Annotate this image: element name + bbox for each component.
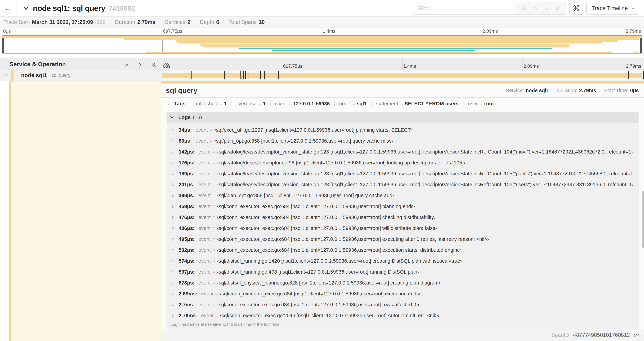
keyboard-shortcuts-button[interactable]: ⌘ <box>570 2 583 15</box>
log-field-key: event <box>198 149 211 155</box>
meta-value: 2 <box>188 19 190 25</box>
span-row-track[interactable] <box>161 70 644 81</box>
next-result-icon[interactable] <box>544 5 550 11</box>
tag-separator <box>463 101 464 106</box>
column-resize-handle[interactable]: || <box>155 64 158 69</box>
trace-title-group: node sql1: sql query 7418682 <box>22 0 135 17</box>
log-equals: = <box>212 247 215 253</box>
tag-item[interactable]: statement=SELECT * FROM users <box>376 101 458 107</box>
log-equals: = <box>212 236 215 242</box>
tags-items: _unfinished=1_verbose=1client=127.0.0.1:… <box>192 101 494 107</box>
log-row[interactable]: 2.79ms:event=‹sql/conn_executor_exec.go:… <box>166 310 639 321</box>
log-row[interactable]: 80μs:event=‹sql/plan_opt.go:358 [nsql1,c… <box>166 136 639 146</box>
log-timestamp: 176μs: <box>179 160 194 166</box>
collapse-one-icon[interactable] <box>123 62 130 68</box>
span-bar[interactable] <box>162 73 642 78</box>
logs-header[interactable]: Logs (18) <box>166 112 639 123</box>
chevron-right-icon <box>170 248 175 252</box>
minimap-span-bar <box>634 52 638 53</box>
log-row[interactable]: 142μs:event=‹sql/catalog/lease/descripto… <box>166 146 639 157</box>
tag-key: statement <box>376 101 398 107</box>
log-row[interactable]: 502μs:event=‹sql/conn_executor_exec.go:6… <box>166 245 639 256</box>
log-row[interactable]: 2.7ms:event=‹sql/conn_executor_exec.go:6… <box>166 299 639 310</box>
log-row[interactable]: 201μs:event=‹sql/catalog/lease/descripto… <box>166 179 639 190</box>
chevron-down-icon[interactable] <box>4 73 9 78</box>
log-row[interactable]: 486μs:event=‹sql/conn_executor_exec.go:6… <box>166 223 639 234</box>
span-row[interactable]: node sql1 sql query <box>0 70 644 81</box>
log-field-key: event <box>198 280 211 286</box>
tags-accordion[interactable]: Tags: _unfinished=1_verbose=1client=127.… <box>161 98 644 110</box>
span-color-accent <box>9 81 11 341</box>
log-row[interactable]: 2.69ms:event=‹sql/conn_executor_exec.go:… <box>166 288 639 299</box>
chevron-right-icon <box>170 193 175 198</box>
tag-value: 127.0.0.1:59936 <box>293 101 330 107</box>
chevron-down-icon[interactable] <box>22 5 30 12</box>
log-timestamp: 80μs: <box>179 138 192 144</box>
log-field-value: ‹sql/conn_executor_exec.go:684 [nsql1,cl… <box>217 236 489 242</box>
log-timestamp: 201μs: <box>179 182 194 187</box>
trace-meta-item: Duration2.79ms <box>115 19 156 25</box>
span-detail-header[interactable]: sql query Service:node sql1Duration:2.79… <box>161 84 644 98</box>
tag-item[interactable]: _verbose=1 <box>236 101 266 107</box>
log-row[interactable]: 574μs:event=‹sql/distsql_running.go:1420… <box>166 256 639 266</box>
minimap-left-scrubber[interactable] <box>2 36 4 53</box>
expand-one-icon[interactable] <box>136 62 143 68</box>
minimap-axis-label: 697.75μs <box>163 29 182 34</box>
log-marker-tick <box>643 71 644 79</box>
tag-item[interactable]: _unfinished=1 <box>192 101 226 107</box>
find-input[interactable] <box>414 2 516 14</box>
log-field-key: event <box>198 160 211 166</box>
span-operation-name: sql query <box>52 73 70 78</box>
log-timestamp: 2.69ms: <box>179 291 197 297</box>
log-row[interactable]: 34μs:event=‹sql/exec_util.go:2297 [nsql1… <box>166 125 639 136</box>
tag-key: client <box>275 101 287 107</box>
meta-value: March 31 2022, 17:25:09 <box>32 19 93 25</box>
log-marker-tick <box>224 71 225 79</box>
log-timestamp: 678μs: <box>179 280 194 286</box>
meta-value: 2.79ms <box>137 19 156 25</box>
log-timestamp: 142μs: <box>179 149 194 155</box>
prev-result-icon[interactable] <box>532 5 538 11</box>
log-row[interactable]: 189μs:event=‹sql/catalog/lease/descripto… <box>166 168 639 179</box>
span-row-name-cell[interactable]: node sql1 sql query <box>0 70 161 81</box>
logs-footnote: Log timestamps are relative to the start… <box>166 320 281 329</box>
locate-icon[interactable] <box>522 5 527 11</box>
axis-tick-label: 2.09ms <box>524 64 539 69</box>
tags-label: Tags: <box>174 101 187 107</box>
meta-value: 10 <box>259 19 264 25</box>
span-color-accent <box>12 70 14 81</box>
log-row[interactable]: 476μs:event=‹sql/conn_executor_exec.go:6… <box>166 212 639 223</box>
trace-view-dropdown[interactable]: Trace Timeline <box>586 2 640 15</box>
tag-item[interactable]: client=127.0.0.1:59936 <box>275 101 330 107</box>
chevron-right-icon <box>170 204 175 209</box>
log-row[interactable]: 459μs:event=‹sql/conn_executor_exec.go:6… <box>166 201 639 212</box>
timeline-axis: 0μs697.75μs1.4ms2.09ms2.79ms <box>162 58 642 70</box>
log-marker-tick <box>248 71 248 79</box>
log-row[interactable]: 366μs:event=‹sql/plan_opt.go:358 [nsql1,… <box>166 190 639 201</box>
minimap-canvas[interactable] <box>2 35 642 54</box>
log-equals: = <box>212 182 215 187</box>
log-marker-tick <box>247 71 247 79</box>
timeline-header-row: Service & Operation || 0μs697.75μs1.4ms2… <box>0 58 644 70</box>
tag-value: 1 <box>224 101 226 107</box>
log-row[interactable]: 176μs:event=‹sql/catalog/descs/descripto… <box>166 157 639 168</box>
log-field-value: ‹sql/conn_executor_exec.go:684 [nsql1,cl… <box>217 214 436 220</box>
scrollbar-thumb[interactable] <box>642 191 644 248</box>
back-button[interactable]: ← <box>0 0 16 17</box>
tag-separator <box>231 101 232 106</box>
log-row[interactable]: 597μs:event=‹sql/distsql_running.go:498 … <box>166 266 639 277</box>
back-arrow-icon: ← <box>4 4 12 13</box>
meta-separator <box>110 19 110 25</box>
tag-item[interactable]: node=sql1 <box>339 101 367 107</box>
top-controls: ⌘ Trace Timeline <box>414 2 640 15</box>
tag-key: _unfinished <box>192 101 217 107</box>
trace-meta-item: Trace StartMarch 31 2022, 17:25:09.326 <box>4 19 106 25</box>
deep-link-icon[interactable] <box>633 332 640 338</box>
tag-item[interactable]: user=root <box>468 101 494 107</box>
log-row[interactable]: 678μs:event=‹sql/distsql_physical_planne… <box>166 277 639 288</box>
log-field-value: ‹sql/plan_opt.go:358 [nsql1,client=127.0… <box>217 193 394 198</box>
log-row[interactable]: 495μs:event=‹sql/conn_executor_exec.go:6… <box>166 234 639 245</box>
minimap-right-scrubber[interactable] <box>640 36 642 53</box>
clear-search-icon[interactable] <box>555 6 560 11</box>
minimap-axis-label: 1.4ms <box>323 29 336 34</box>
